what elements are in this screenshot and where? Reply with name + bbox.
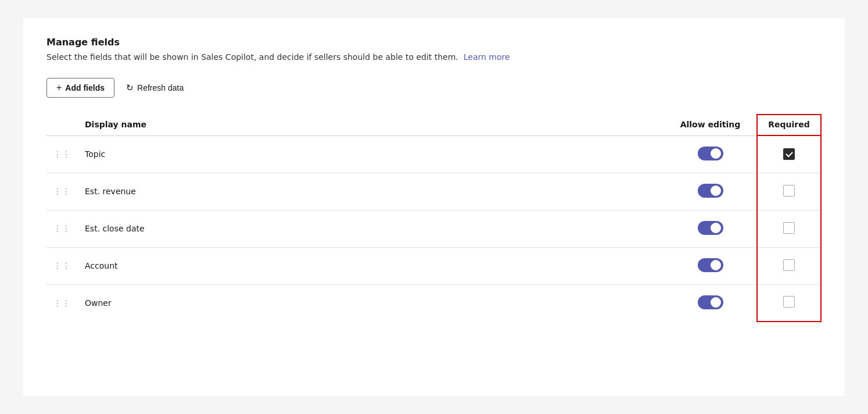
field-name-cell: Topic (78, 135, 664, 173)
field-name-label: Owner (85, 298, 112, 308)
field-name-label: Est. close date (85, 224, 145, 233)
allow-editing-cell (664, 135, 757, 173)
allow-editing-toggle[interactable] (698, 258, 723, 272)
field-name-cell: Est. revenue (78, 173, 664, 210)
required-checkbox[interactable] (783, 148, 795, 160)
drag-handle-icon[interactable]: ⋮⋮ (53, 298, 71, 308)
allow-editing-cell (664, 173, 757, 210)
drag-handle-cell: ⋮⋮ (46, 284, 78, 322)
required-cell (757, 247, 821, 284)
add-fields-button[interactable]: + Add fields (46, 78, 114, 98)
field-name-label: Est. revenue (85, 187, 136, 196)
th-required: Required (757, 115, 821, 135)
refresh-icon: ↻ (126, 83, 134, 93)
drag-handle-cell: ⋮⋮ (46, 210, 78, 247)
add-fields-label: Add fields (65, 83, 105, 92)
th-display-name: Display name (78, 115, 664, 135)
table-row: ⋮⋮Est. close date (46, 210, 821, 247)
required-checkbox[interactable] (783, 259, 795, 271)
manage-fields-card: Manage fields Select the fields that wil… (23, 18, 845, 396)
drag-handle-cell: ⋮⋮ (46, 173, 78, 210)
th-allow-editing: Allow editing (664, 115, 757, 135)
table-row: ⋮⋮Topic (46, 135, 821, 173)
allow-editing-cell (664, 210, 757, 247)
allow-editing-cell (664, 247, 757, 284)
learn-more-link[interactable]: Learn more (464, 52, 510, 62)
allow-editing-cell (664, 284, 757, 322)
refresh-data-button[interactable]: ↻ Refresh data (121, 78, 188, 97)
field-name-cell: Account (78, 247, 664, 284)
th-drag (46, 115, 78, 135)
table-row: ⋮⋮Owner (46, 284, 821, 322)
drag-handle-icon[interactable]: ⋮⋮ (53, 187, 71, 196)
field-name-label: Account (85, 261, 118, 270)
page-subtitle: Select the fields that will be shown in … (46, 52, 822, 62)
required-cell (757, 210, 821, 247)
drag-handle-cell: ⋮⋮ (46, 247, 78, 284)
field-name-label: Topic (85, 149, 105, 159)
required-checkbox[interactable] (783, 296, 795, 308)
field-name-cell: Est. close date (78, 210, 664, 247)
table-row: ⋮⋮Account (46, 247, 821, 284)
drag-handle-cell: ⋮⋮ (46, 135, 78, 173)
toolbar: + Add fields ↻ Refresh data (46, 78, 822, 98)
fields-table: Display name Allow editing Required ⋮⋮To… (46, 114, 822, 322)
drag-handle-icon[interactable]: ⋮⋮ (53, 224, 71, 233)
allow-editing-toggle[interactable] (698, 147, 723, 160)
field-name-cell: Owner (78, 284, 664, 322)
allow-editing-toggle[interactable] (698, 184, 723, 198)
required-checkbox[interactable] (783, 222, 795, 234)
drag-handle-icon[interactable]: ⋮⋮ (53, 261, 71, 270)
subtitle-text: Select the fields that will be shown in … (46, 52, 458, 62)
required-cell (757, 284, 821, 322)
required-checkbox[interactable] (783, 185, 795, 197)
required-cell (757, 173, 821, 210)
refresh-data-label: Refresh data (137, 83, 184, 92)
table-row: ⋮⋮Est. revenue (46, 173, 821, 210)
required-cell (757, 135, 821, 173)
plus-icon: + (56, 83, 62, 93)
allow-editing-toggle[interactable] (698, 221, 723, 235)
page-title: Manage fields (46, 37, 822, 48)
drag-handle-icon[interactable]: ⋮⋮ (53, 149, 71, 159)
allow-editing-toggle[interactable] (698, 295, 723, 309)
